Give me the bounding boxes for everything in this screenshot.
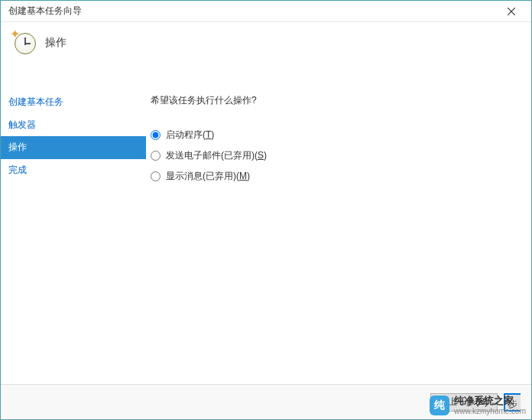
wizard-sidebar: 创建基本任务 触发器 操作 完成 [1, 76, 146, 384]
sidebar-item-trigger[interactable]: 触发器 [1, 114, 146, 137]
page-title: 操作 [45, 30, 66, 50]
radio-show-message[interactable]: 显示消息(已弃用)(M) [151, 170, 516, 183]
wizard-window: 创建基本任务向导 ✦ 操作 创建基本任务 触发器 操作 完成 希望该任务执行什么… [0, 0, 532, 420]
sidebar-item-action[interactable]: 操作 [1, 136, 146, 159]
wizard-content: 希望该任务执行什么操作? 启动程序(T) 发送电子邮件(已弃用)(S) [146, 76, 531, 384]
radio-show-message-input[interactable] [151, 171, 161, 181]
back-button[interactable]: < 上一步(B) [430, 393, 498, 412]
wizard-button-bar: < 上一步(B) 下一步(N) > [1, 384, 531, 419]
wizard-header: ✦ 操作 [1, 22, 531, 76]
prompt-text: 希望该任务执行什么操作? [151, 94, 516, 107]
radio-send-email[interactable]: 发送电子邮件(已弃用)(S) [151, 149, 516, 162]
task-clock-icon: ✦ [11, 30, 36, 54]
title-bar: 创建基本任务向导 [1, 1, 531, 22]
window-title: 创建基本任务向导 [8, 5, 82, 18]
radio-show-message-label: 显示消息(已弃用)(M) [166, 170, 250, 183]
sidebar-item-create-task[interactable]: 创建基本任务 [1, 91, 146, 114]
next-button[interactable]: 下一步(N) > [504, 393, 521, 412]
back-button-label: < 上一步(B) [440, 396, 488, 409]
radio-start-program[interactable]: 启动程序(T) [151, 129, 516, 142]
radio-send-email-input[interactable] [151, 151, 161, 161]
sidebar-item-finish[interactable]: 完成 [1, 159, 146, 182]
wizard-body: 创建基本任务 触发器 操作 完成 希望该任务执行什么操作? 启动程序(T) 发送… [1, 76, 531, 384]
action-radio-group: 启动程序(T) 发送电子邮件(已弃用)(S) 显示消息(已弃用)(M) [151, 129, 516, 183]
radio-send-email-label: 发送电子邮件(已弃用)(S) [166, 149, 267, 162]
radio-start-program-input[interactable] [151, 130, 161, 140]
close-button[interactable] [496, 2, 527, 21]
next-button-label: 下一步(N) > [507, 393, 520, 412]
close-icon [508, 8, 515, 15]
radio-start-program-label: 启动程序(T) [166, 129, 214, 142]
